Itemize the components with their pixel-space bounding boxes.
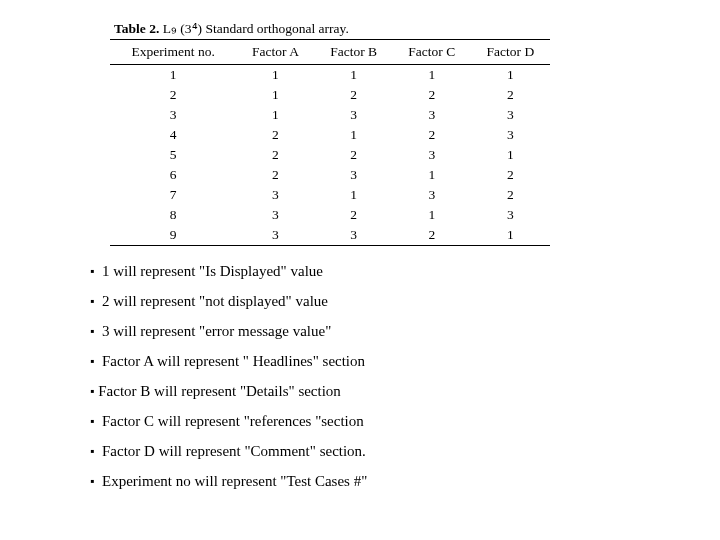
bullet-icon: ▪ xyxy=(90,383,94,400)
table-row: 31333 xyxy=(110,105,550,125)
table-caption-bold: Table 2. xyxy=(114,21,159,36)
bullet-icon: ▪ xyxy=(90,263,94,280)
table-cell: 1 xyxy=(471,225,550,246)
table-cell: 1 xyxy=(236,65,314,86)
legend-text: Factor D will represent "Comment" sectio… xyxy=(98,443,366,459)
table-cell: 1 xyxy=(110,65,236,86)
table-cell: 9 xyxy=(110,225,236,246)
table-row: 93321 xyxy=(110,225,550,246)
table-cell: 7 xyxy=(110,185,236,205)
table-row: 52231 xyxy=(110,145,550,165)
table-cell: 1 xyxy=(236,105,314,125)
bullet-icon: ▪ xyxy=(90,473,94,490)
table-cell: 2 xyxy=(315,85,393,105)
table-cell: 2 xyxy=(393,85,471,105)
legend-line: ▪Factor B will represent "Details" secti… xyxy=(90,381,630,402)
legend-text: Factor A will represent " Headlines" sec… xyxy=(98,353,365,369)
table-header-row: Experiment no. Factor A Factor B Factor … xyxy=(110,40,550,65)
table-cell: 3 xyxy=(471,105,550,125)
table-cell: 1 xyxy=(315,65,393,86)
legend-line: ▪ Factor D will represent "Comment" sect… xyxy=(90,441,630,462)
table-cell: 3 xyxy=(236,225,314,246)
table-row: 21222 xyxy=(110,85,550,105)
table-cell: 4 xyxy=(110,125,236,145)
table-cell: 1 xyxy=(471,65,550,86)
table-cell: 3 xyxy=(315,105,393,125)
table-cell: 1 xyxy=(315,125,393,145)
table-cell: 2 xyxy=(471,185,550,205)
legend-line: ▪ 3 will represent "error message value" xyxy=(90,321,630,342)
table-cell: 2 xyxy=(315,205,393,225)
table-cell: 2 xyxy=(236,125,314,145)
table-cell: 2 xyxy=(236,145,314,165)
table-cell: 2 xyxy=(471,165,550,185)
table-cell: 2 xyxy=(315,145,393,165)
table-row: 62312 xyxy=(110,165,550,185)
table-cell: 3 xyxy=(315,225,393,246)
legend-line: ▪ 1 will represent "Is Displayed" value xyxy=(90,261,630,282)
col-header: Factor C xyxy=(393,40,471,65)
table-cell: 1 xyxy=(393,205,471,225)
legend-notes: ▪ 1 will represent "Is Displayed" value▪… xyxy=(90,261,630,492)
table-row: 42123 xyxy=(110,125,550,145)
table-cell: 1 xyxy=(471,145,550,165)
table-cell: 3 xyxy=(393,105,471,125)
legend-text: Factor C will represent "references "sec… xyxy=(98,413,363,429)
table-cell: 3 xyxy=(236,205,314,225)
table-cell: 1 xyxy=(236,85,314,105)
bullet-icon: ▪ xyxy=(90,353,94,370)
table-cell: 8 xyxy=(110,205,236,225)
orthogonal-array-table: Experiment no. Factor A Factor B Factor … xyxy=(110,39,550,246)
col-header: Factor A xyxy=(236,40,314,65)
table-cell: 3 xyxy=(110,105,236,125)
legend-line: ▪ Factor C will represent "references "s… xyxy=(90,411,630,432)
table-caption-rest: L₉ (3⁴) Standard orthogonal array. xyxy=(159,21,349,36)
orthogonal-table-block: Table 2. L₉ (3⁴) Standard orthogonal arr… xyxy=(110,20,550,246)
table-cell: 1 xyxy=(393,65,471,86)
table-cell: 2 xyxy=(393,125,471,145)
table-cell: 2 xyxy=(236,165,314,185)
legend-text: 3 will represent "error message value" xyxy=(98,323,331,339)
table-row: 11111 xyxy=(110,65,550,86)
legend-text: 2 will represent "not displayed" value xyxy=(98,293,328,309)
legend-line: ▪ 2 will represent "not displayed" value xyxy=(90,291,630,312)
bullet-icon: ▪ xyxy=(90,443,94,460)
table-cell: 1 xyxy=(393,165,471,185)
table-cell: 3 xyxy=(471,205,550,225)
table-cell: 3 xyxy=(393,185,471,205)
legend-line: ▪ Factor A will represent " Headlines" s… xyxy=(90,351,630,372)
col-header: Factor D xyxy=(471,40,550,65)
legend-text: 1 will represent "Is Displayed" value xyxy=(98,263,323,279)
table-cell: 3 xyxy=(471,125,550,145)
table-cell: 2 xyxy=(393,225,471,246)
table-cell: 3 xyxy=(393,145,471,165)
legend-text: Experiment no will represent "Test Cases… xyxy=(98,473,367,489)
table-cell: 3 xyxy=(236,185,314,205)
bullet-icon: ▪ xyxy=(90,293,94,310)
bullet-icon: ▪ xyxy=(90,413,94,430)
col-header: Experiment no. xyxy=(110,40,236,65)
bullet-icon: ▪ xyxy=(90,323,94,340)
table-row: 73132 xyxy=(110,185,550,205)
table-cell: 2 xyxy=(110,85,236,105)
table-cell: 5 xyxy=(110,145,236,165)
table-cell: 2 xyxy=(471,85,550,105)
table-cell: 3 xyxy=(315,165,393,185)
col-header: Factor B xyxy=(315,40,393,65)
table-cell: 1 xyxy=(315,185,393,205)
table-cell: 6 xyxy=(110,165,236,185)
legend-line: ▪ Experiment no will represent "Test Cas… xyxy=(90,471,630,492)
table-row: 83213 xyxy=(110,205,550,225)
table-caption: Table 2. L₉ (3⁴) Standard orthogonal arr… xyxy=(110,20,550,37)
legend-text: Factor B will represent "Details" sectio… xyxy=(98,383,341,399)
